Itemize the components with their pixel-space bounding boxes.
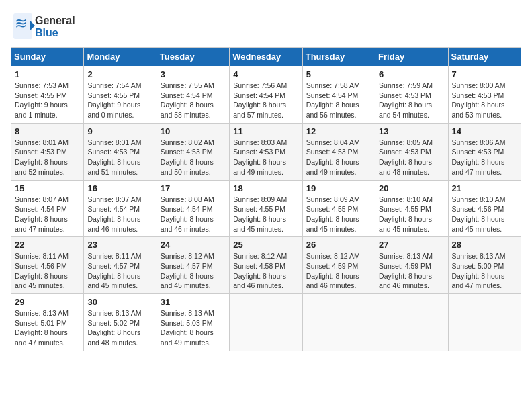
day-info: Sunrise: 8:10 AM Sunset: 4:56 PM Dayligh…: [452, 195, 517, 234]
calendar-cell: 19Sunrise: 8:09 AM Sunset: 4:55 PM Dayli…: [302, 180, 375, 237]
calendar-week-row: 15Sunrise: 8:07 AM Sunset: 4:54 PM Dayli…: [11, 180, 521, 237]
logo: General Blue ≋: [11, 11, 85, 42]
calendar-cell: 9Sunrise: 8:01 AM Sunset: 4:53 PM Daylig…: [84, 123, 157, 180]
day-number: 2: [87, 69, 152, 79]
calendar-cell: 25Sunrise: 8:12 AM Sunset: 4:58 PM Dayli…: [230, 237, 302, 294]
day-number: 12: [306, 126, 371, 136]
calendar-cell: 16Sunrise: 8:07 AM Sunset: 4:54 PM Dayli…: [84, 180, 157, 237]
day-info: Sunrise: 8:05 AM Sunset: 4:53 PM Dayligh…: [379, 138, 444, 177]
day-info: Sunrise: 7:56 AM Sunset: 4:54 PM Dayligh…: [233, 81, 298, 120]
svg-text:≋: ≋: [15, 15, 27, 32]
calendar-cell: 31Sunrise: 8:13 AM Sunset: 5:03 PM Dayli…: [157, 294, 229, 351]
calendar-cell: 24Sunrise: 8:12 AM Sunset: 4:57 PM Dayli…: [157, 237, 229, 294]
calendar-cell: 12Sunrise: 8:04 AM Sunset: 4:53 PM Dayli…: [302, 123, 375, 180]
day-number: 15: [15, 183, 80, 193]
day-info: Sunrise: 8:13 AM Sunset: 5:02 PM Dayligh…: [87, 308, 152, 348]
day-number: 5: [306, 69, 371, 79]
day-number: 14: [452, 126, 517, 136]
day-number: 21: [452, 183, 517, 193]
calendar-cell: 17Sunrise: 8:08 AM Sunset: 4:54 PM Dayli…: [157, 180, 229, 237]
calendar-cell: 13Sunrise: 8:05 AM Sunset: 4:53 PM Dayli…: [375, 123, 448, 180]
weekday-header: Friday: [375, 48, 448, 66]
day-number: 29: [15, 297, 80, 307]
calendar-cell: [230, 294, 302, 351]
day-number: 7: [452, 69, 517, 79]
day-number: 13: [379, 126, 444, 136]
calendar-cell: 6Sunrise: 7:59 AM Sunset: 4:53 PM Daylig…: [375, 66, 448, 124]
calendar-cell: 27Sunrise: 8:13 AM Sunset: 4:59 PM Dayli…: [375, 237, 448, 294]
day-info: Sunrise: 8:12 AM Sunset: 4:58 PM Dayligh…: [233, 251, 298, 291]
calendar-cell: 7Sunrise: 8:00 AM Sunset: 4:53 PM Daylig…: [448, 66, 521, 124]
day-number: 8: [15, 126, 80, 136]
day-info: Sunrise: 8:08 AM Sunset: 4:54 PM Dayligh…: [161, 195, 226, 234]
calendar-cell: 30Sunrise: 8:13 AM Sunset: 5:02 PM Dayli…: [84, 294, 157, 351]
day-number: 22: [15, 240, 80, 250]
weekday-header: Sunday: [11, 48, 84, 66]
page-header: General Blue ≋: [11, 11, 521, 42]
calendar-cell: 4Sunrise: 7:56 AM Sunset: 4:54 PM Daylig…: [230, 66, 302, 124]
day-number: 27: [379, 240, 444, 250]
calendar-cell: 11Sunrise: 8:03 AM Sunset: 4:53 PM Dayli…: [230, 123, 302, 180]
day-info: Sunrise: 7:58 AM Sunset: 4:54 PM Dayligh…: [306, 81, 371, 120]
calendar-cell: 20Sunrise: 8:10 AM Sunset: 4:55 PM Dayli…: [375, 180, 448, 237]
calendar-week-row: 8Sunrise: 8:01 AM Sunset: 4:53 PM Daylig…: [11, 123, 521, 180]
calendar-cell: 23Sunrise: 8:11 AM Sunset: 4:57 PM Dayli…: [84, 237, 157, 294]
calendar-cell: 1Sunrise: 7:53 AM Sunset: 4:55 PM Daylig…: [11, 66, 84, 124]
calendar-cell: 26Sunrise: 8:12 AM Sunset: 4:59 PM Dayli…: [302, 237, 375, 294]
day-info: Sunrise: 8:09 AM Sunset: 4:55 PM Dayligh…: [306, 195, 371, 234]
day-number: 11: [233, 126, 298, 136]
day-info: Sunrise: 8:11 AM Sunset: 4:57 PM Dayligh…: [87, 251, 152, 291]
calendar-cell: 15Sunrise: 8:07 AM Sunset: 4:54 PM Dayli…: [11, 180, 84, 237]
day-info: Sunrise: 7:53 AM Sunset: 4:55 PM Dayligh…: [15, 81, 80, 120]
day-info: Sunrise: 8:02 AM Sunset: 4:53 PM Dayligh…: [161, 138, 226, 177]
logo-svg: General Blue ≋: [11, 11, 85, 42]
calendar-cell: 21Sunrise: 8:10 AM Sunset: 4:56 PM Dayli…: [448, 180, 521, 237]
calendar-cell: 18Sunrise: 8:09 AM Sunset: 4:55 PM Dayli…: [230, 180, 302, 237]
day-info: Sunrise: 8:13 AM Sunset: 4:59 PM Dayligh…: [379, 251, 444, 291]
day-info: Sunrise: 7:54 AM Sunset: 4:55 PM Dayligh…: [87, 81, 152, 120]
day-info: Sunrise: 8:12 AM Sunset: 4:59 PM Dayligh…: [306, 251, 371, 291]
day-number: 18: [233, 183, 298, 193]
day-number: 17: [161, 183, 226, 193]
day-number: 9: [87, 126, 152, 136]
day-number: 31: [161, 297, 226, 307]
day-number: 28: [452, 240, 517, 250]
day-info: Sunrise: 8:07 AM Sunset: 4:54 PM Dayligh…: [15, 195, 80, 234]
calendar-cell: 14Sunrise: 8:06 AM Sunset: 4:53 PM Dayli…: [448, 123, 521, 180]
calendar-cell: [448, 294, 521, 351]
day-info: Sunrise: 8:06 AM Sunset: 4:53 PM Dayligh…: [452, 138, 517, 177]
weekday-header: Saturday: [448, 48, 521, 66]
calendar-cell: [375, 294, 448, 351]
calendar-cell: 8Sunrise: 8:01 AM Sunset: 4:53 PM Daylig…: [11, 123, 84, 180]
calendar-week-row: 29Sunrise: 8:13 AM Sunset: 5:01 PM Dayli…: [11, 294, 521, 351]
calendar-cell: 10Sunrise: 8:02 AM Sunset: 4:53 PM Dayli…: [157, 123, 229, 180]
day-info: Sunrise: 8:04 AM Sunset: 4:53 PM Dayligh…: [306, 138, 371, 177]
day-number: 25: [233, 240, 298, 250]
day-info: Sunrise: 8:13 AM Sunset: 5:00 PM Dayligh…: [452, 251, 517, 291]
calendar-header-row: SundayMondayTuesdayWednesdayThursdayFrid…: [11, 48, 521, 66]
day-number: 1: [15, 69, 80, 79]
day-info: Sunrise: 8:01 AM Sunset: 4:53 PM Dayligh…: [15, 138, 80, 177]
calendar-week-row: 1Sunrise: 7:53 AM Sunset: 4:55 PM Daylig…: [11, 66, 521, 124]
weekday-header: Tuesday: [157, 48, 229, 66]
weekday-header: Thursday: [302, 48, 375, 66]
day-number: 4: [233, 69, 298, 79]
day-info: Sunrise: 7:55 AM Sunset: 4:54 PM Dayligh…: [161, 81, 226, 120]
weekday-header: Wednesday: [230, 48, 302, 66]
day-number: 6: [379, 69, 444, 79]
calendar-cell: 5Sunrise: 7:58 AM Sunset: 4:54 PM Daylig…: [302, 66, 375, 124]
day-info: Sunrise: 8:03 AM Sunset: 4:53 PM Dayligh…: [233, 138, 298, 177]
day-info: Sunrise: 8:13 AM Sunset: 5:03 PM Dayligh…: [161, 308, 226, 348]
day-info: Sunrise: 7:59 AM Sunset: 4:53 PM Dayligh…: [379, 81, 444, 120]
day-info: Sunrise: 8:11 AM Sunset: 4:56 PM Dayligh…: [15, 251, 80, 291]
day-info: Sunrise: 8:07 AM Sunset: 4:54 PM Dayligh…: [87, 195, 152, 234]
logo-container: General Blue ≋: [11, 11, 85, 42]
day-number: 20: [379, 183, 444, 193]
day-info: Sunrise: 8:12 AM Sunset: 4:57 PM Dayligh…: [161, 251, 226, 291]
calendar-week-row: 22Sunrise: 8:11 AM Sunset: 4:56 PM Dayli…: [11, 237, 521, 294]
day-number: 16: [87, 183, 152, 193]
day-number: 23: [87, 240, 152, 250]
calendar-cell: [302, 294, 375, 351]
calendar-table: SundayMondayTuesdayWednesdayThursdayFrid…: [11, 47, 521, 351]
day-number: 30: [87, 297, 152, 307]
